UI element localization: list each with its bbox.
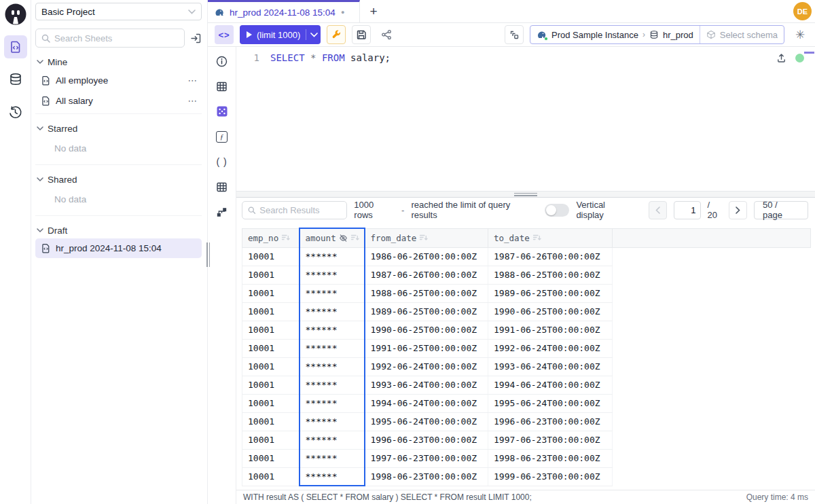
table-cell[interactable]: 1997-06-23T00:00:00Z xyxy=(365,449,488,467)
table-cell[interactable]: 10001 xyxy=(242,431,300,449)
bytebase-logo[interactable] xyxy=(4,3,27,26)
page-size-select[interactable]: 50 / page xyxy=(754,201,808,219)
table-cell[interactable]: ****** xyxy=(300,247,365,266)
table-cell[interactable]: ****** xyxy=(300,394,365,412)
column-header-from-date[interactable]: from_date xyxy=(365,228,488,247)
table-cell[interactable]: 10001 xyxy=(242,357,300,376)
tab-hr-prod[interactable]: hr_prod 2024-11-08 15:04 ● xyxy=(208,0,360,22)
table-cell[interactable]: 1998-06-23T00:00:00Z xyxy=(488,449,613,467)
more-icon[interactable]: ⋯ xyxy=(188,75,198,86)
table-cell[interactable]: ****** xyxy=(300,412,365,431)
run-query-button[interactable]: (limit 1000) xyxy=(240,25,321,44)
table-cell[interactable]: ****** xyxy=(300,449,365,467)
table-cell[interactable]: 10001 xyxy=(242,339,300,357)
function-panel-icon[interactable]: ƒ xyxy=(213,128,231,145)
nav-history-icon[interactable] xyxy=(4,101,27,124)
table-cell[interactable]: 1988-06-25T00:00:00Z xyxy=(488,266,613,284)
data-masking-icon[interactable] xyxy=(213,103,231,120)
table-cell[interactable]: ****** xyxy=(300,266,365,284)
table-cell[interactable]: ****** xyxy=(300,357,365,376)
table-cell[interactable]: 1992-06-24T00:00:00Z xyxy=(488,339,613,357)
table-cell[interactable]: 1989-06-25T00:00:00Z xyxy=(488,284,613,302)
sort-icon[interactable] xyxy=(350,234,359,242)
ai-assistant-icon[interactable]: ✳ xyxy=(791,25,810,44)
sheet-item-draft-hr-prod[interactable]: hr_prod 2024-11-08 15:04 xyxy=(35,238,202,258)
table-cell[interactable]: ****** xyxy=(300,376,365,394)
table-cell[interactable]: 1993-06-24T00:00:00Z xyxy=(365,376,488,394)
brackets-panel-icon[interactable]: ( ) xyxy=(213,153,231,170)
table-cell[interactable]: 1991-06-25T00:00:00Z xyxy=(488,321,613,339)
table-cell[interactable]: ****** xyxy=(300,467,365,486)
upload-sql-icon[interactable] xyxy=(776,53,786,63)
table-cell[interactable]: 10001 xyxy=(242,266,300,284)
table-cell[interactable]: 1987-06-26T00:00:00Z xyxy=(488,247,613,266)
grid-panel-icon[interactable] xyxy=(213,178,231,196)
page-number-input[interactable] xyxy=(674,201,701,219)
panel-splitter[interactable] xyxy=(236,191,815,198)
table-cell[interactable]: ****** xyxy=(300,339,365,357)
table-cell[interactable]: 10001 xyxy=(242,247,300,266)
table-cell[interactable]: 1987-06-26T00:00:00Z xyxy=(365,266,488,284)
save-sheet-button[interactable] xyxy=(352,25,371,44)
table-cell[interactable]: 10001 xyxy=(242,449,300,467)
table-cell[interactable]: ****** xyxy=(300,431,365,449)
table-cell[interactable]: 10001 xyxy=(242,321,300,339)
user-avatar[interactable]: DE xyxy=(793,2,812,20)
vertical-display-toggle[interactable] xyxy=(545,204,569,217)
format-sql-button[interactable] xyxy=(327,25,346,44)
table-cell[interactable]: 1992-06-24T00:00:00Z xyxy=(365,357,488,376)
nav-worksheet-icon[interactable] xyxy=(4,35,27,58)
sort-icon[interactable] xyxy=(532,234,541,242)
results-search-input[interactable] xyxy=(259,205,341,215)
column-header-amount[interactable]: amount xyxy=(300,228,365,247)
sql-editor[interactable]: 1 SELECT * FROM salary; xyxy=(236,47,815,191)
table-cell[interactable]: 10001 xyxy=(242,394,300,412)
more-icon[interactable]: ⋯ xyxy=(188,95,198,106)
table-cell[interactable]: 1990-06-25T00:00:00Z xyxy=(488,302,613,321)
code-mode-icon[interactable]: <> xyxy=(215,25,234,44)
table-cell[interactable]: 1989-06-25T00:00:00Z xyxy=(365,302,488,321)
sort-icon[interactable] xyxy=(419,234,428,242)
table-cell[interactable]: 1986-06-26T00:00:00Z xyxy=(365,247,488,266)
table-cell[interactable]: 1990-06-25T00:00:00Z xyxy=(365,321,488,339)
table-panel-icon[interactable] xyxy=(213,77,231,95)
share-sheet-button[interactable] xyxy=(377,25,396,44)
prev-page-button[interactable] xyxy=(649,201,667,219)
table-cell[interactable]: ****** xyxy=(300,284,365,302)
connection-selector[interactable]: Prod Sample Instance › hr_prod xyxy=(530,26,700,43)
section-header-draft[interactable]: Draft xyxy=(35,223,202,238)
table-cell[interactable]: 1998-06-23T00:00:00Z xyxy=(365,467,488,486)
table-cell[interactable]: 1996-06-23T00:00:00Z xyxy=(488,412,613,431)
section-header-mine[interactable]: Mine xyxy=(35,54,202,70)
table-cell[interactable]: 1995-06-24T00:00:00Z xyxy=(365,412,488,431)
table-cell[interactable]: 1994-06-24T00:00:00Z xyxy=(365,394,488,412)
table-cell[interactable]: 10001 xyxy=(242,302,300,321)
table-cell[interactable]: 1997-06-23T00:00:00Z xyxy=(488,431,613,449)
schema-selector[interactable]: Select schema xyxy=(700,26,784,43)
table-cell[interactable]: ****** xyxy=(300,321,365,339)
column-header-to-date[interactable]: to_date xyxy=(488,228,613,247)
sort-icon[interactable] xyxy=(281,234,290,242)
section-header-shared[interactable]: Shared xyxy=(35,172,202,187)
chevron-down-icon[interactable] xyxy=(310,33,318,37)
sheet-search-input[interactable] xyxy=(54,33,179,43)
table-cell[interactable]: 1993-06-24T00:00:00Z xyxy=(488,357,613,376)
table-cell[interactable]: 1995-06-24T00:00:00Z xyxy=(488,394,613,412)
table-cell[interactable]: 10001 xyxy=(242,412,300,431)
column-header-emp-no[interactable]: emp_no xyxy=(242,228,300,247)
sheet-item-all-salary[interactable]: All salary ⋯ xyxy=(35,90,202,111)
table-cell[interactable]: 1996-06-23T00:00:00Z xyxy=(365,431,488,449)
table-cell[interactable]: ****** xyxy=(300,302,365,321)
batch-query-button[interactable] xyxy=(505,25,524,44)
table-cell[interactable]: 10001 xyxy=(242,467,300,486)
table-cell[interactable]: 10001 xyxy=(242,376,300,394)
table-cell[interactable]: 1994-06-24T00:00:00Z xyxy=(488,376,613,394)
sidebar-resize-handle[interactable] xyxy=(206,242,211,267)
import-sheet-icon[interactable] xyxy=(190,33,202,44)
schema-diagram-icon[interactable] xyxy=(213,203,231,221)
sheet-item-all-employee[interactable]: All employee ⋯ xyxy=(35,70,202,90)
section-header-starred[interactable]: Starred xyxy=(35,121,202,137)
new-tab-button[interactable]: + xyxy=(360,0,387,22)
nav-database-icon[interactable] xyxy=(4,68,27,91)
table-cell[interactable]: 10001 xyxy=(242,284,300,302)
